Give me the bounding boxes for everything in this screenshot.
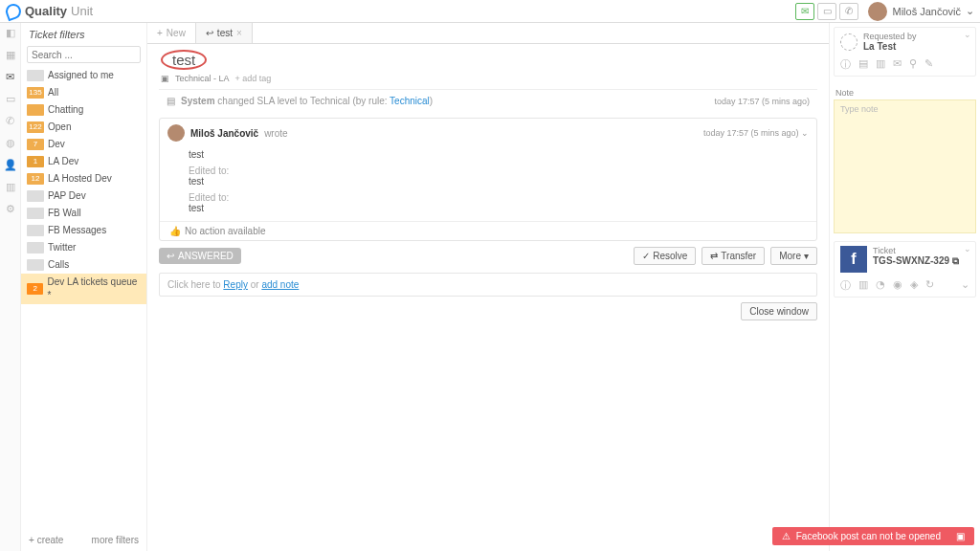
sidebar-item[interactable]: 2Dev LA tickets queue * (21, 274, 146, 304)
ticket-title[interactable]: test (161, 50, 207, 70)
chevron-down-icon[interactable]: ⌄ (964, 30, 971, 39)
more-button[interactable]: More ▾ (770, 247, 817, 265)
rail-grid-icon[interactable]: ▦ (6, 49, 15, 61)
sidebar-item[interactable]: Twitter (21, 239, 146, 256)
rail-dashboard-icon[interactable]: ◧ (6, 27, 15, 39)
reply-area[interactable]: Click here to Reply or add note (159, 273, 817, 297)
rule-link[interactable]: Technical (390, 96, 430, 106)
brand-logo[interactable]: QualityUnit (6, 4, 93, 19)
create-filter[interactable]: + create (29, 535, 63, 545)
system-event: ▤ System changed SLA level to Technical … (159, 89, 817, 112)
sidebar-item[interactable]: Chatting (21, 101, 146, 119)
link-icon[interactable]: ⚲ (909, 57, 917, 72)
note-input[interactable]: Type note (834, 99, 976, 233)
brand-suffix: Unit (71, 4, 93, 18)
close-window-button[interactable]: Close window (741, 302, 817, 320)
ticket-label: Ticket (873, 246, 959, 255)
message: Miloš Jančovič wrote today 17:57 (5 mins… (159, 118, 817, 241)
rail-phone-icon[interactable]: ✆ (6, 115, 14, 127)
close-icon[interactable]: × (236, 28, 242, 38)
chevron-down-icon[interactable]: ⌄ (964, 244, 971, 253)
content: + New ↩ test × test ▣ Technical - LA + a… (147, 23, 829, 551)
rail-chat-icon[interactable]: ▭ (6, 93, 15, 105)
eye-icon[interactable]: ◉ (893, 278, 902, 293)
tag-icon[interactable]: ◈ (910, 278, 918, 293)
search-input[interactable] (27, 46, 141, 63)
requested-by-label: Requested by (863, 32, 917, 41)
wrote-label: wrote (264, 128, 287, 139)
note-label: Note (835, 88, 974, 98)
edited-label: Edited to: (189, 165, 807, 176)
resolve-button[interactable]: ✓ Resolve (634, 247, 696, 265)
toast-close-icon[interactable]: ▣ (956, 531, 965, 541)
sidebar-item[interactable]: PAP Dev (21, 187, 146, 205)
reply-link: Reply (223, 279, 248, 290)
transfer-button[interactable]: ⇄ Transfer (702, 247, 765, 265)
tab-new[interactable]: + New (147, 23, 196, 43)
logo-icon (4, 1, 24, 21)
ticket-header: test ▣ Technical - LA + add tag (147, 44, 829, 89)
sidebar-item[interactable]: 122Open (21, 119, 146, 136)
ticket-id: TGS-SWXNZ-329 ⧉ (873, 255, 959, 267)
tab-label: test (217, 28, 233, 38)
brand-name: Quality (25, 4, 67, 18)
add-tag[interactable]: + add tag (235, 74, 272, 83)
more-filters[interactable]: more filters (92, 535, 139, 545)
ticket-card[interactable]: ⌄ f Ticket TGS-SWXNZ-329 ⧉ ⓘ ▥ ◔ ◉ ◈ ↻ ⌄ (834, 241, 976, 298)
nav-rail: ◧ ▦ ✉ ▭ ✆ ◍ 👤 ▥ ⚙ (0, 23, 21, 551)
gear-icon (840, 33, 858, 51)
message-time: today 17:57 (5 mins ago) ⌄ (703, 128, 809, 138)
right-sidebar: ⌄ Requested by La Test ⓘ ▤ ▥ ✉ ⚲ ✎ Note … (829, 23, 980, 551)
facebook-icon: f (840, 246, 867, 273)
sidebar-item[interactable]: 1LA Dev (21, 153, 146, 170)
message-body-2: test (189, 176, 807, 187)
requester-name: La Test (863, 41, 917, 52)
error-toast[interactable]: ⚠ Facebook post can not be opened ▣ (772, 527, 974, 545)
message-body-3: test (189, 203, 807, 213)
history-icon[interactable]: ↻ (925, 278, 934, 293)
call-icon[interactable]: ✆ (839, 3, 858, 20)
sidebar-item[interactable]: 135All (21, 84, 146, 101)
info-icon[interactable]: ⓘ (840, 278, 851, 293)
topbar: QualityUnit ✉ ▭ ✆ Miloš Jančovič ⌄ (0, 0, 980, 23)
warning-icon: ⚠ (782, 531, 791, 541)
sidebar-item[interactable]: 12LA Hosted Dev (21, 170, 146, 187)
chat-icon[interactable]: ▭ (817, 3, 836, 20)
sidebar-item[interactable]: Assigned to me (21, 67, 146, 84)
rail-gear-icon[interactable]: ⚙ (6, 203, 15, 215)
user-name: Miloš Jančovič (892, 6, 961, 17)
sidebar-item[interactable]: FB Messages (21, 222, 146, 239)
avatar (167, 124, 185, 142)
rail-mail-icon[interactable]: ✉ (6, 71, 14, 83)
chevron-down-icon: ⌄ (966, 5, 974, 17)
page-icon[interactable]: ▥ (876, 57, 885, 72)
rail-globe-icon[interactable]: ◍ (6, 137, 15, 149)
message-footer: 👍 No action available (160, 221, 816, 240)
thumb-icon: 👍 (169, 226, 181, 236)
sidebar-item[interactable]: 7Dev (21, 136, 146, 153)
folder-icon: ▣ (161, 74, 169, 83)
copy-icon[interactable]: ▥ (858, 278, 868, 293)
tab-ticket[interactable]: ↩ test × (196, 23, 253, 43)
requester-card[interactable]: ⌄ Requested by La Test ⓘ ▤ ▥ ✉ ⚲ ✎ (834, 27, 976, 77)
status-pill[interactable]: ↩ ANSWERED (159, 248, 241, 264)
avatar (868, 2, 887, 21)
message-body: test (189, 149, 807, 160)
toast-text: Facebook post can not be opened (796, 531, 941, 541)
sidebar-title: Ticket filters (21, 23, 146, 46)
clock-icon[interactable]: ◔ (876, 278, 885, 293)
sidebar-item[interactable]: Calls (21, 256, 146, 274)
edited-label-2: Edited to: (189, 192, 807, 203)
sidebar-item[interactable]: FB Wall (21, 205, 146, 222)
chevron-down-icon[interactable]: ⌄ (961, 278, 969, 293)
edit-icon[interactable]: ✎ (924, 57, 933, 72)
info-icon[interactable]: ⓘ (840, 57, 851, 72)
mail-icon[interactable]: ✉ (893, 57, 902, 72)
message-author: Miloš Jančovič (190, 128, 258, 139)
doc-icon[interactable]: ▤ (858, 57, 868, 72)
user-menu[interactable]: Miloš Jančovič ⌄ (868, 2, 974, 21)
ticket-dept[interactable]: Technical - LA (175, 74, 230, 83)
rail-building-icon[interactable]: ▥ (6, 181, 15, 193)
mail-icon[interactable]: ✉ (795, 3, 814, 20)
rail-user-icon[interactable]: 👤 (4, 159, 17, 171)
